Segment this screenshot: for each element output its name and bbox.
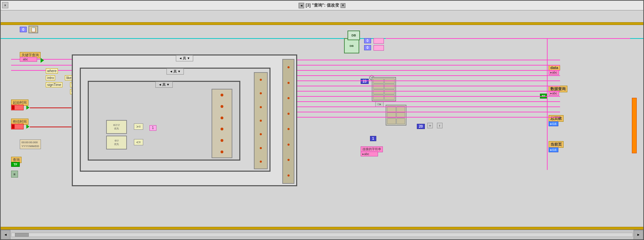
pink-bus-right-9 xyxy=(297,101,560,102)
num-box-0-top: 0 xyxy=(364,38,371,43)
data-query-abc-box: ▸abc xyxy=(549,91,559,96)
num-20-2: 20 xyxy=(417,124,425,129)
pink-h-far-right xyxy=(547,38,630,39)
formula-block-1: ⚙计计 优先 xyxy=(106,120,127,134)
pink-h-top-right xyxy=(386,38,547,39)
where-label: where xyxy=(46,68,58,74)
nav-left-button[interactable]: ◄ xyxy=(299,3,304,8)
pink-bus-right-8 xyxy=(297,96,560,97)
data-abc-box: ▸abc xyxy=(549,70,559,75)
intro-label: intro xyxy=(46,75,55,80)
small-icon-1: □± xyxy=(375,101,384,107)
start-time-trigger xyxy=(26,105,29,110)
pink-out-1 xyxy=(373,38,384,44)
current-page-label: 当前页 xyxy=(549,141,564,148)
pink-out-2 xyxy=(373,45,384,51)
pink-v-right-3 xyxy=(547,119,548,153)
window-title: [3] "查询": 值改变 xyxy=(306,2,339,8)
yellow-stripe-top xyxy=(1,22,643,25)
close-button[interactable]: × xyxy=(2,2,8,8)
pink-bus-right-2 xyxy=(297,65,560,66)
gte-block: >= xyxy=(134,123,143,130)
abc-input-keyword[interactable]: abc xyxy=(20,57,37,62)
data-output-label: data xyxy=(549,65,560,70)
scroll-icon: ≡ xyxy=(11,171,18,178)
red-wire-start xyxy=(30,108,71,108)
num-input-0[interactable]: 0 xyxy=(20,27,27,32)
pink-bus-right-5 xyxy=(297,80,560,81)
window-title-bar: ◄ [3] "查询": 值改变 ▼ xyxy=(299,2,345,8)
total-pages-label: 总页数 xyxy=(549,115,564,122)
scroll-thumb[interactable] xyxy=(15,233,29,237)
connect-string-box[interactable]: ▸abc xyxy=(361,152,378,156)
red-wire-end xyxy=(30,127,71,127)
pink-bus-right-7 xyxy=(297,91,560,92)
num-20-1: 20 xyxy=(361,79,369,84)
pink-bus-right-4 xyxy=(297,75,560,76)
array-build-block-2 xyxy=(386,105,406,126)
trigger-arrow-keyword xyxy=(41,58,44,63)
formula-block-2: ⚙计 优先 xyxy=(106,136,127,149)
pink-v-right-1 xyxy=(547,54,548,89)
db-block: DB xyxy=(344,38,359,53)
inner-pink-num: 1 xyxy=(149,125,156,131)
loop-inner-box: ◄ 真 ▼ ◄ 真 ▼ >= <= 1 xyxy=(80,68,271,172)
end-time-input[interactable] xyxy=(11,124,24,129)
signtime-label: signTime xyxy=(46,82,62,87)
main-window: × ◄ [3] "查询": 值改变 ▼ 0 📋 关键字查询 abc where … xyxy=(0,0,644,240)
output-cluster-right xyxy=(212,89,232,158)
pink-bus-right-12 xyxy=(297,117,560,118)
num-1-box: 1 xyxy=(370,136,376,141)
loop-inner-header: ◄ 真 ▼ xyxy=(166,68,184,75)
start-time-input[interactable] xyxy=(11,105,24,110)
current-page-I16: ▸I16 xyxy=(549,147,558,152)
title-dropdown-button[interactable]: ▼ xyxy=(341,3,345,8)
loop-outer-header: ◄ 真 ▼ xyxy=(176,55,193,61)
scroll-right-button[interactable]: ► xyxy=(634,230,643,240)
orange-output-bar xyxy=(632,98,637,153)
pink-bus-right-11 xyxy=(297,112,560,112)
loop-innermost-box: ◄ 真 ▼ >= <= 1 ⚙计计 优先 ⚙计 优先 xyxy=(88,81,240,161)
scroll-track[interactable] xyxy=(11,233,633,237)
loop-innermost-header: ◄ 真 ▼ xyxy=(155,82,173,88)
pink-bus-right-1 xyxy=(297,60,560,60)
increment-block: ↑ xyxy=(437,123,443,128)
pink-v-right-2 xyxy=(547,87,548,115)
total-pages-I16: ▸I16 xyxy=(549,121,558,126)
bottom-scrollbar: ◄ ► xyxy=(1,230,643,239)
icon-block-top: 📋 xyxy=(28,26,38,33)
top-bar: × ◄ [3] "查询": 值改变 ▼ xyxy=(1,1,643,10)
pink-bus-right-3 xyxy=(297,70,560,71)
loop-outer-box: ◄ 真 ▼ ◄ 真 ▼ ◄ 真 ▼ >= xyxy=(72,54,297,186)
outer-right-column xyxy=(282,59,294,184)
datetime-format-box: 00:00:00.000 YYYY/MM/DD xyxy=(20,139,41,149)
inner-right-column xyxy=(254,72,268,169)
divider-block: ÷ xyxy=(427,123,433,128)
query-bool-box[interactable]: TF xyxy=(11,162,20,167)
pink-bus-right-10 xyxy=(297,106,560,107)
scroll-left-button[interactable]: ◄ xyxy=(1,230,10,240)
db-icon-small: DB xyxy=(347,31,360,40)
end-time-trigger xyxy=(26,125,29,129)
lte-block: <= xyxy=(134,139,143,145)
num-box-0-bottom: 0 xyxy=(364,45,371,50)
pink-bus-right-6 xyxy=(297,86,560,86)
yellow-stripe-bottom xyxy=(1,227,643,230)
